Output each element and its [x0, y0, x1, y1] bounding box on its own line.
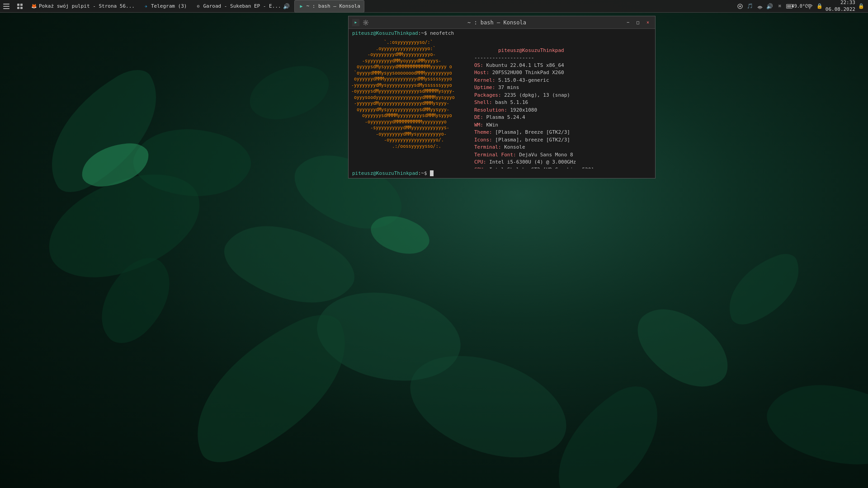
svg-point-13 — [809, 8, 810, 9]
value-resolution: 868x488 — [510, 107, 537, 113]
terminal-content[interactable]: piteusz@KosuzuThinkpad:~$ neofetch `.:os… — [349, 29, 655, 178]
value-cpu: Intel i5-6300U (4) @ 3.000GHz — [489, 159, 576, 165]
taskbar-firefox-button[interactable]: 🦊 Pokaż swój pulpit - Strona 56... — [27, 0, 138, 13]
second-prompt-line: piteusz@KosuzuThinkpad:~$ — [349, 169, 655, 178]
close-button[interactable]: × — [644, 19, 651, 26]
app-switcher-icon[interactable] — [14, 0, 26, 13]
label-uptime: Uptime: — [474, 84, 498, 90]
label-icons: Icons: — [474, 137, 495, 143]
info-separator: -------------------- — [474, 55, 534, 61]
label-terminal-font: Terminal Font: — [474, 152, 519, 158]
screen-lock-icon[interactable]: 🔒 — [857, 0, 865, 13]
svg-rect-4 — [20, 4, 23, 6]
maximize-button[interactable]: □ — [634, 19, 642, 26]
first-prompt-line: piteusz@KosuzuThinkpad:~$ neofetch — [349, 29, 655, 38]
value-terminal-font: DejaVu Sans Mono 8 — [519, 152, 573, 158]
system-menu-icon[interactable] — [0, 0, 13, 13]
media-label: Garoad - Sukeban EP - E... — [203, 3, 281, 9]
clock-date: 06.08.2022 — [826, 6, 855, 13]
terminal-title: ~ : bash — Konsola — [372, 19, 622, 26]
network-manager-icon[interactable] — [736, 0, 744, 13]
label-wm: WM: — [474, 122, 486, 128]
value-os: Kubuntu 22.04.1 LTS x86_64 — [486, 62, 564, 68]
volume-icon[interactable]: 🔊 — [766, 0, 774, 13]
taskbar: 🦊 Pokaż swój pulpit - Strona 56... ✈ Tel… — [0, 0, 868, 13]
value-packages: 2235 (dpkg), 13 (snap) — [504, 92, 570, 98]
konsole-label: ~ : bash — Konsola — [307, 3, 360, 9]
label-cpu: CPU: — [474, 159, 489, 165]
svg-rect-0 — [3, 4, 9, 5]
prompt-user2: piteusz@KosuzuThinkpad — [352, 170, 418, 176]
bluetooth-icon[interactable]: ⌘ — [776, 0, 784, 13]
value-de: Plasma 5.24.4 — [486, 114, 525, 120]
value-wm: KWin — [486, 122, 499, 128]
minimize-button[interactable]: − — [624, 19, 632, 26]
label-host: Host: — [474, 70, 492, 75]
label-theme: Theme: — [474, 129, 495, 135]
svg-point-14 — [365, 22, 367, 23]
taskbar-media-button[interactable]: ⊙ Garoad - Sukeban EP - E... 🔊 — [191, 0, 293, 13]
label-kernel: Kernel: — [474, 77, 498, 83]
neofetch-ascii-art: `.:osyyyyyyyyso/:` .oyyyyyyyyyyyyyyyyyo:… — [349, 38, 471, 169]
svg-rect-5 — [17, 7, 19, 9]
firefox-icon: 🦊 — [31, 3, 37, 9]
taskbar-konsole-button[interactable]: ▶ ~ : bash — Konsola — [294, 0, 364, 13]
terminal-cursor — [430, 170, 434, 176]
label-resolution: Resolution: — [474, 107, 510, 113]
telegram-icon: ✈ — [143, 3, 149, 9]
label-os: OS: — [474, 62, 486, 68]
neofetch-info: piteusz@KosuzuThinkpad -----------------… — [471, 38, 655, 169]
terminal-window: ▶ ~ : bash — Konsola − □ × piteusz@Kosuz… — [348, 16, 656, 178]
value-uptime: 37 mins — [498, 84, 519, 90]
value-host: 20F5S2HU00 ThinkPad X260 — [492, 70, 564, 75]
svg-point-8 — [739, 5, 741, 7]
terminal-app-icon: ▶ — [352, 19, 359, 26]
svg-rect-3 — [17, 4, 19, 6]
svg-rect-6 — [20, 7, 23, 9]
telegram-label: Telegram (3) — [151, 3, 187, 9]
konsole-taskbar-icon: ▶ — [298, 3, 305, 9]
terminal-settings-btn[interactable] — [362, 19, 369, 26]
prompt-symbol: :~$ — [418, 170, 427, 176]
media-icon: ⊙ — [195, 3, 201, 9]
label-shell: Shell: — [474, 99, 495, 105]
svg-rect-12 — [787, 5, 791, 8]
prompt-cmd: neofetch — [430, 30, 454, 36]
svg-rect-1 — [3, 6, 9, 7]
label-terminal: Terminal: — [474, 144, 504, 150]
value-icons: [Plasma], breeze [GTK2/3] — [495, 137, 570, 143]
prompt-user1: piteusz@KosuzuThinkpad — [352, 30, 418, 36]
speaker-icon: 🔊 — [283, 3, 290, 9]
value-theme: [Plasma], Breeze [GTK2/3] — [495, 129, 570, 135]
taskbar-telegram-button[interactable]: ✈ Telegram (3) — [139, 0, 190, 13]
taskbar-left: 🦊 Pokaż swój pulpit - Strona 56... ✈ Tel… — [0, 0, 736, 13]
lock-icon[interactable]: 🔒 — [816, 0, 824, 13]
temperature-display: 49.0°C — [796, 0, 804, 13]
taskbar-right: 🎵 🔊 ⌘ 49.0°C — [736, 0, 868, 13]
info-username: piteusz@KosuzuThinkpad — [498, 47, 564, 53]
label-packages: Packages: — [474, 92, 504, 98]
value-kernel: 5.15.0-43-generic — [498, 77, 549, 83]
value-terminal: Konsole — [504, 144, 525, 150]
label-de: DE: — [474, 114, 486, 120]
audio-icon[interactable]: 🎵 — [746, 0, 754, 13]
value-shell: bash 5.1.16 — [495, 99, 528, 105]
neofetch-section: `.:osyyyyyyyyso/:` .oyyyyyyyyyyyyyyyyyo:… — [349, 38, 655, 169]
network-icon[interactable] — [756, 0, 764, 13]
clock[interactable]: 22:33 06.08.2022 — [826, 0, 855, 13]
terminal-titlebar: ▶ ~ : bash — Konsola − □ × — [349, 16, 655, 29]
svg-rect-2 — [3, 8, 9, 9]
firefox-label: Pokaż swój pulpit - Strona 56... — [39, 3, 135, 9]
clock-time: 22:33 — [826, 0, 855, 6]
svg-point-9 — [760, 8, 760, 9]
wifi-icon[interactable] — [806, 0, 814, 13]
